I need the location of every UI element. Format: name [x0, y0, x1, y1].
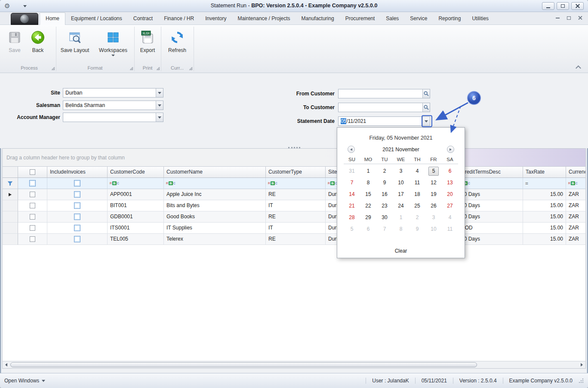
taxrate-cell[interactable]: 15.00 [523, 211, 566, 223]
taxrate-cell[interactable]: 15.00 [523, 234, 566, 245]
credittermsdesc-cell[interactable]: COD [459, 223, 523, 234]
calendar-day[interactable]: 26 [425, 200, 442, 212]
save-layout-button[interactable]: Save Layout [58, 27, 91, 64]
calendar-day[interactable]: 9 [376, 177, 393, 189]
filter-cell-credittermsdesc[interactable]: RBC [459, 178, 523, 189]
calendar-day[interactable]: 12 [425, 177, 442, 189]
calendar-day[interactable]: 21 [344, 200, 360, 212]
customertype-cell[interactable]: IT [266, 223, 326, 234]
customertype-cell[interactable]: RE [266, 189, 326, 200]
calendar-day[interactable]: 4 [442, 212, 458, 223]
calendar-day[interactable]: 3 [393, 165, 409, 177]
customertype-cell[interactable]: IT [266, 200, 326, 211]
ribbon-tab[interactable]: Contract [128, 12, 158, 25]
calendar-day[interactable]: 30 [376, 212, 393, 223]
resize-grip[interactable] [582, 382, 583, 383]
includeinvoices-cell[interactable] [47, 189, 108, 200]
customercode-cell[interactable]: GDB0001 [108, 211, 164, 223]
row-select-cell[interactable] [18, 234, 47, 245]
calendar-day[interactable]: 6 [442, 165, 458, 177]
dialog-launcher-icon[interactable] [130, 67, 133, 70]
scrollbar-thumb[interactable] [10, 362, 477, 367]
workspaces-button[interactable]: Workspaces [96, 27, 130, 64]
customertype-cell[interactable]: RE [266, 234, 326, 245]
calendar-day[interactable]: 18 [409, 189, 425, 200]
salesman-dropdown-button[interactable] [156, 101, 163, 110]
mdi-close-icon[interactable] [578, 16, 582, 20]
calendar-prev-month-button[interactable] [348, 146, 355, 153]
mdi-restore-icon[interactable] [567, 16, 571, 20]
currency-cell[interactable]: ZAR [566, 189, 586, 200]
taxrate-cell[interactable]: 15.00 [523, 200, 566, 211]
customercode-cell[interactable]: APP0001 [108, 189, 164, 200]
column-header-taxrate[interactable]: TaxRate [523, 167, 566, 178]
open-windows-button[interactable]: Open Windows [4, 378, 45, 384]
ribbon-tab[interactable]: Procurement [340, 12, 381, 25]
includeinvoices-cell[interactable] [47, 223, 108, 234]
select-all-checkbox-cell[interactable] [18, 167, 47, 178]
export-button[interactable]: XLSX Export [137, 27, 158, 64]
table-row[interactable]: APP0001 Apple Juice Inc RE Durban 30 Day… [3, 189, 586, 200]
mdi-minimize-icon[interactable] [556, 18, 560, 18]
row-checkbox[interactable] [30, 192, 35, 197]
include-invoices-checkbox[interactable] [74, 214, 80, 220]
customercode-cell[interactable]: TEL005 [108, 234, 164, 245]
customername-cell[interactable]: Telerex [164, 234, 266, 245]
ribbon-tab[interactable]: Sales [380, 12, 404, 25]
calendar-day[interactable]: 16 [376, 189, 393, 200]
column-header-currency[interactable]: Currency [566, 167, 586, 178]
calendar-day[interactable]: 31 [344, 165, 360, 177]
includeinvoices-cell[interactable] [47, 211, 108, 223]
ribbon-tab[interactable]: Reporting [433, 12, 466, 25]
filter-cell-customertype[interactable]: RBC [266, 178, 326, 189]
row-select-cell[interactable] [18, 200, 47, 211]
calendar-day[interactable]: 24 [393, 200, 409, 212]
from-customer-field[interactable] [338, 89, 430, 98]
row-select-cell[interactable] [18, 223, 47, 234]
dialog-launcher-icon[interactable] [52, 67, 55, 70]
column-header-includeinvoices[interactable]: IncludeInvoices [47, 167, 108, 178]
ribbon-tab[interactable]: Inventory [200, 12, 232, 25]
currency-cell[interactable]: ZAR [566, 211, 586, 223]
column-header-credittermsdesc[interactable]: CreditTermsDesc [459, 167, 523, 178]
currency-cell[interactable]: ZAR [566, 234, 586, 245]
currency-cell[interactable]: ZAR [566, 223, 586, 234]
calendar-day[interactable]: 23 [376, 200, 393, 212]
column-header-customername[interactable]: CustomerName [164, 167, 266, 178]
table-row[interactable]: BIT001 Bits and Bytes IT Durban 30 Days … [3, 200, 586, 211]
calendar-day[interactable]: 2 [376, 165, 393, 177]
site-combobox[interactable]: Durban [63, 88, 163, 98]
calendar-next-month-button[interactable] [447, 146, 454, 153]
calendar-month-label[interactable]: 2021 November [337, 143, 465, 156]
ribbon-tab[interactable]: Home [40, 12, 65, 25]
table-row[interactable]: TEL005 Telerex RE Durban 30 Days 15.00 Z… [3, 234, 586, 245]
row-select-cell[interactable] [18, 189, 47, 200]
taxrate-cell[interactable]: 15.00 [523, 223, 566, 234]
ribbon-tab[interactable]: Utilities [466, 12, 494, 25]
dialog-launcher-icon[interactable] [157, 67, 160, 70]
horizontal-scrollbar[interactable] [3, 361, 585, 368]
include-invoices-checkbox[interactable] [74, 191, 80, 198]
calendar-day[interactable]: 17 [393, 189, 409, 200]
currency-cell[interactable]: ZAR [566, 200, 586, 211]
calendar-day[interactable]: 19 [425, 189, 442, 200]
account-manager-dropdown-button[interactable] [156, 113, 163, 122]
scroll-left-button[interactable] [3, 361, 10, 368]
site-dropdown-button[interactable] [156, 89, 163, 97]
includeinvoices-cell[interactable] [47, 200, 108, 211]
back-button[interactable]: Back [28, 27, 48, 64]
credittermsdesc-cell[interactable]: 30 Days [459, 189, 523, 200]
calendar-day[interactable]: 25 [409, 200, 425, 212]
table-row[interactable]: GDB0001 Good Books RE Durban 30 Days 15.… [3, 211, 586, 223]
customername-cell[interactable]: Bits and Bytes [164, 200, 266, 211]
calendar-day[interactable]: 28 [344, 212, 360, 223]
group-by-bar[interactable]: Drag a column header here to group by th… [3, 149, 585, 167]
filter-cell-currency[interactable]: RBC [566, 178, 586, 189]
statement-date-dropdown-button[interactable] [422, 117, 430, 125]
scroll-right-button[interactable] [578, 361, 585, 368]
credittermsdesc-cell[interactable]: 30 Days [459, 211, 523, 223]
calendar-day[interactable]: 7 [344, 177, 360, 189]
calendar-day[interactable]: 20 [442, 189, 458, 200]
calendar-day[interactable]: 29 [360, 212, 376, 223]
filter-cell-includeinvoices[interactable] [47, 178, 108, 189]
